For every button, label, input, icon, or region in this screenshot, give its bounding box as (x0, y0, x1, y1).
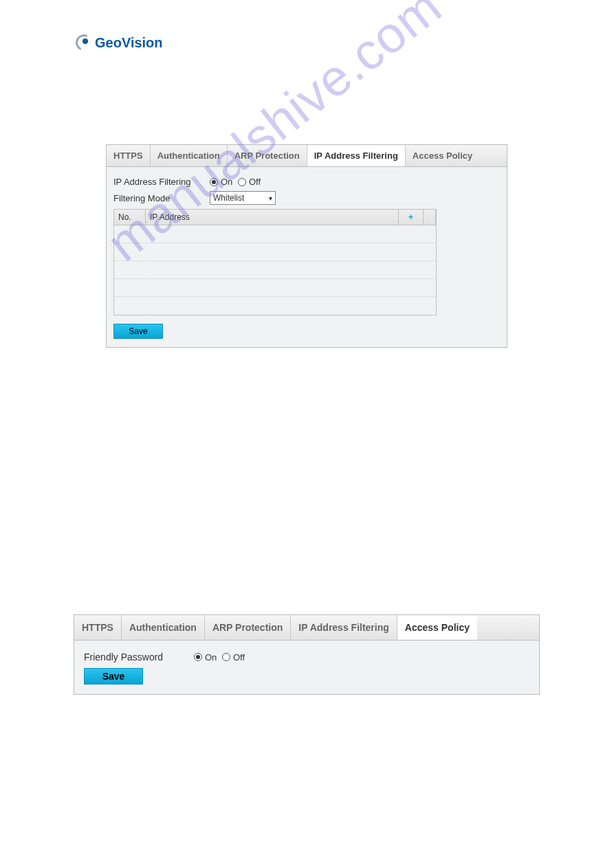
tab-access-policy[interactable]: Access Policy (397, 615, 477, 640)
on-label: On (205, 652, 217, 663)
save-button[interactable]: Save (113, 324, 163, 339)
logo-icon (76, 34, 92, 51)
tab-ip-address-filtering[interactable]: IP Address Filtering (291, 615, 397, 640)
ip-filtering-off-radio[interactable] (238, 178, 246, 186)
tab-authentication[interactable]: Authentication (122, 615, 205, 640)
save-button[interactable]: Save (84, 668, 143, 685)
friendly-password-label: Friendly Password (84, 652, 194, 663)
panel-body: IP Address Filtering On Off Filtering Mo… (107, 167, 507, 347)
ip-table-header: No. IP Address + (114, 210, 436, 225)
ip-table: No. IP Address + (113, 209, 437, 315)
filtering-mode-select[interactable]: Whitelist ▾ (210, 191, 276, 205)
table-row (114, 225, 436, 243)
tab-ip-address-filtering[interactable]: IP Address Filtering (307, 145, 406, 166)
tab-authentication[interactable]: Authentication (151, 145, 228, 166)
tab-arp-protection[interactable]: ARP Protection (228, 145, 307, 166)
chevron-down-icon: ▾ (269, 194, 272, 202)
off-label: Off (249, 177, 261, 187)
security-panel-ip-filtering: HTTPS Authentication ARP Protection IP A… (106, 144, 507, 348)
table-row (114, 243, 436, 261)
add-ip-button[interactable]: + (399, 210, 424, 225)
security-panel-access-policy: HTTPS Authentication ARP Protection IP A… (74, 614, 540, 695)
col-header-no: No. (114, 210, 146, 225)
friendly-password-row: Friendly Password On Off (84, 652, 531, 663)
filtering-mode-label: Filtering Mode (113, 193, 210, 203)
filtering-mode-row: Filtering Mode Whitelist ▾ (113, 191, 500, 205)
friendly-password-radio-group: On Off (194, 652, 245, 663)
col-header-end (424, 210, 436, 225)
on-label: On (221, 177, 232, 187)
tab-arp-protection[interactable]: ARP Protection (205, 615, 291, 640)
tab-access-policy[interactable]: Access Policy (406, 145, 479, 166)
tab-bar: HTTPS Authentication ARP Protection IP A… (74, 615, 539, 641)
panel-body: Friendly Password On Off Save (74, 641, 539, 694)
ip-filtering-label: IP Address Filtering (113, 177, 210, 187)
col-header-ip: IP Address (146, 210, 399, 225)
tab-https[interactable]: HTTPS (107, 145, 151, 166)
off-label: Off (233, 652, 245, 663)
friendly-password-off-radio[interactable] (222, 653, 230, 661)
table-row (114, 297, 436, 315)
ip-filtering-radio-group: On Off (210, 177, 261, 187)
table-row (114, 279, 436, 297)
brand-logo: GeoVision (76, 34, 163, 51)
friendly-password-on-radio[interactable] (194, 653, 202, 661)
filtering-mode-value: Whitelist (213, 193, 244, 203)
table-row (114, 261, 436, 279)
tab-https[interactable]: HTTPS (74, 615, 122, 640)
ip-filtering-on-radio[interactable] (210, 178, 218, 186)
logo-text: GeoVision (95, 35, 163, 51)
tab-bar: HTTPS Authentication ARP Protection IP A… (107, 145, 507, 167)
ip-filtering-row: IP Address Filtering On Off (113, 177, 500, 187)
